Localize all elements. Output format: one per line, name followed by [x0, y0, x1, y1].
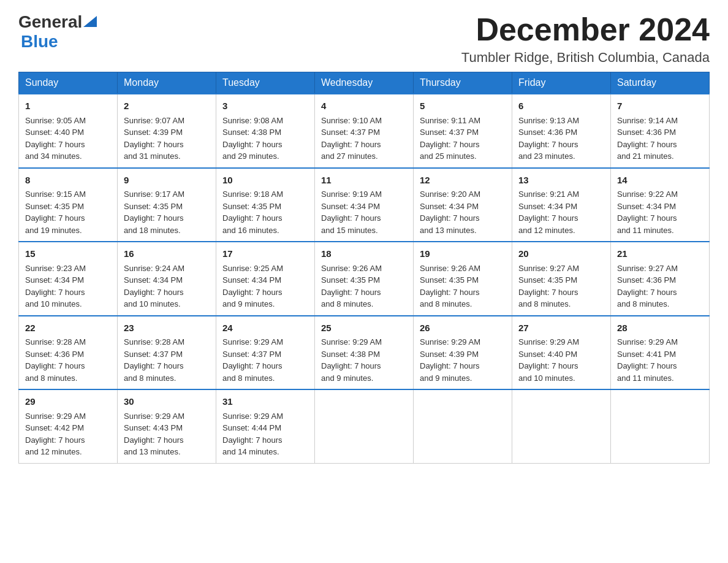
sunrise-info: Sunrise: 9:14 AMSunset: 4:36 PMDaylight:… — [617, 116, 678, 161]
sunrise-info: Sunrise: 9:29 AMSunset: 4:42 PMDaylight:… — [25, 412, 86, 457]
day-number: 22 — [25, 321, 111, 335]
day-number: 12 — [420, 174, 506, 188]
day-number: 21 — [617, 247, 703, 261]
calendar-cell: 24Sunrise: 9:29 AMSunset: 4:37 PMDayligh… — [216, 316, 315, 390]
calendar-cell: 20Sunrise: 9:27 AMSunset: 4:35 PMDayligh… — [512, 242, 611, 316]
day-number: 26 — [420, 321, 506, 335]
logo-triangle-icon — [83, 16, 97, 27]
sunrise-info: Sunrise: 9:27 AMSunset: 4:36 PMDaylight:… — [617, 264, 678, 309]
calendar-cell — [611, 389, 710, 463]
calendar-cell: 15Sunrise: 9:23 AMSunset: 4:34 PMDayligh… — [19, 242, 118, 316]
calendar-cell: 4Sunrise: 9:10 AMSunset: 4:37 PMDaylight… — [315, 94, 414, 168]
day-number: 2 — [124, 99, 210, 113]
sunrise-info: Sunrise: 9:10 AMSunset: 4:37 PMDaylight:… — [321, 116, 382, 161]
sunrise-info: Sunrise: 9:29 AMSunset: 4:39 PMDaylight:… — [420, 337, 480, 383]
sunrise-info: Sunrise: 9:21 AMSunset: 4:34 PMDaylight:… — [518, 190, 579, 235]
weekday-header-monday: Monday — [118, 72, 216, 94]
calendar-week-row: 8Sunrise: 9:15 AMSunset: 4:35 PMDaylight… — [19, 168, 710, 242]
calendar-cell: 12Sunrise: 9:20 AMSunset: 4:34 PMDayligh… — [414, 168, 512, 242]
day-number: 31 — [222, 395, 308, 409]
calendar-cell: 7Sunrise: 9:14 AMSunset: 4:36 PMDaylight… — [611, 94, 710, 168]
calendar-cell: 13Sunrise: 9:21 AMSunset: 4:34 PMDayligh… — [512, 168, 611, 242]
day-number: 28 — [617, 321, 703, 335]
sunrise-info: Sunrise: 9:29 AMSunset: 4:43 PMDaylight:… — [124, 412, 184, 457]
sunrise-info: Sunrise: 9:07 AMSunset: 4:39 PMDaylight:… — [124, 116, 184, 161]
calendar-cell: 31Sunrise: 9:29 AMSunset: 4:44 PMDayligh… — [216, 389, 315, 463]
calendar-cell: 28Sunrise: 9:29 AMSunset: 4:41 PMDayligh… — [611, 316, 710, 390]
sunrise-info: Sunrise: 9:29 AMSunset: 4:37 PMDaylight:… — [222, 337, 283, 383]
calendar-cell: 21Sunrise: 9:27 AMSunset: 4:36 PMDayligh… — [611, 242, 710, 316]
calendar-cell: 8Sunrise: 9:15 AMSunset: 4:35 PMDaylight… — [19, 168, 118, 242]
calendar-cell: 2Sunrise: 9:07 AMSunset: 4:39 PMDaylight… — [118, 94, 216, 168]
calendar-cell: 14Sunrise: 9:22 AMSunset: 4:34 PMDayligh… — [611, 168, 710, 242]
calendar-cell: 25Sunrise: 9:29 AMSunset: 4:38 PMDayligh… — [315, 316, 414, 390]
calendar-week-row: 29Sunrise: 9:29 AMSunset: 4:42 PMDayligh… — [19, 389, 710, 463]
day-number: 23 — [124, 321, 210, 335]
location-subtitle: Tumbler Ridge, British Columbia, Canada — [461, 50, 710, 66]
calendar-cell: 16Sunrise: 9:24 AMSunset: 4:34 PMDayligh… — [118, 242, 216, 316]
weekday-header-sunday: Sunday — [19, 72, 118, 94]
sunrise-info: Sunrise: 9:26 AMSunset: 4:35 PMDaylight:… — [420, 264, 480, 309]
sunrise-info: Sunrise: 9:28 AMSunset: 4:37 PMDaylight:… — [124, 337, 184, 383]
calendar-cell: 26Sunrise: 9:29 AMSunset: 4:39 PMDayligh… — [414, 316, 512, 390]
calendar-cell: 6Sunrise: 9:13 AMSunset: 4:36 PMDaylight… — [512, 94, 611, 168]
day-number: 9 — [124, 174, 210, 188]
calendar-cell: 10Sunrise: 9:18 AMSunset: 4:35 PMDayligh… — [216, 168, 315, 242]
day-number: 19 — [420, 247, 506, 261]
calendar-cell: 27Sunrise: 9:29 AMSunset: 4:40 PMDayligh… — [512, 316, 611, 390]
day-number: 16 — [124, 247, 210, 261]
day-number: 25 — [321, 321, 407, 335]
day-number: 1 — [25, 99, 111, 113]
sunrise-info: Sunrise: 9:29 AMSunset: 4:44 PMDaylight:… — [222, 412, 283, 457]
sunrise-info: Sunrise: 9:08 AMSunset: 4:38 PMDaylight:… — [222, 116, 283, 161]
sunrise-info: Sunrise: 9:29 AMSunset: 4:41 PMDaylight:… — [617, 337, 678, 383]
day-number: 18 — [321, 247, 407, 261]
calendar-cell: 22Sunrise: 9:28 AMSunset: 4:36 PMDayligh… — [19, 316, 118, 390]
sunrise-info: Sunrise: 9:19 AMSunset: 4:34 PMDaylight:… — [321, 190, 382, 235]
calendar-cell: 11Sunrise: 9:19 AMSunset: 4:34 PMDayligh… — [315, 168, 414, 242]
day-number: 10 — [222, 174, 308, 188]
sunrise-info: Sunrise: 9:29 AMSunset: 4:38 PMDaylight:… — [321, 337, 382, 383]
calendar-cell — [315, 389, 414, 463]
sunrise-info: Sunrise: 9:17 AMSunset: 4:35 PMDaylight:… — [124, 190, 184, 235]
svg-marker-0 — [83, 16, 97, 27]
day-number: 13 — [518, 174, 604, 188]
weekday-header-row: SundayMondayTuesdayWednesdayThursdayFrid… — [19, 72, 710, 94]
logo-general-text: General — [18, 12, 82, 32]
calendar-cell: 1Sunrise: 9:05 AMSunset: 4:40 PMDaylight… — [19, 94, 118, 168]
weekday-header-thursday: Thursday — [414, 72, 512, 94]
day-number: 5 — [420, 99, 506, 113]
calendar-cell: 18Sunrise: 9:26 AMSunset: 4:35 PMDayligh… — [315, 242, 414, 316]
weekday-header-tuesday: Tuesday — [216, 72, 315, 94]
weekday-header-friday: Friday — [512, 72, 611, 94]
day-number: 4 — [321, 99, 407, 113]
weekday-header-wednesday: Wednesday — [315, 72, 414, 94]
calendar-week-row: 1Sunrise: 9:05 AMSunset: 4:40 PMDaylight… — [19, 94, 710, 168]
calendar-cell: 30Sunrise: 9:29 AMSunset: 4:43 PMDayligh… — [118, 389, 216, 463]
page-header: General Blue December 2024 Tumbler Ridge… — [18, 12, 710, 66]
sunrise-info: Sunrise: 9:28 AMSunset: 4:36 PMDaylight:… — [25, 337, 86, 383]
calendar-cell: 9Sunrise: 9:17 AMSunset: 4:35 PMDaylight… — [118, 168, 216, 242]
day-number: 27 — [518, 321, 604, 335]
day-number: 8 — [25, 174, 111, 188]
sunrise-info: Sunrise: 9:18 AMSunset: 4:35 PMDaylight:… — [222, 190, 283, 235]
calendar-cell: 5Sunrise: 9:11 AMSunset: 4:37 PMDaylight… — [414, 94, 512, 168]
sunrise-info: Sunrise: 9:15 AMSunset: 4:35 PMDaylight:… — [25, 190, 86, 235]
month-title: December 2024 — [461, 12, 710, 47]
day-number: 30 — [124, 395, 210, 409]
day-number: 17 — [222, 247, 308, 261]
day-number: 24 — [222, 321, 308, 335]
sunrise-info: Sunrise: 9:24 AMSunset: 4:34 PMDaylight:… — [124, 264, 184, 309]
day-number: 14 — [617, 174, 703, 188]
day-number: 7 — [617, 99, 703, 113]
calendar-cell: 17Sunrise: 9:25 AMSunset: 4:34 PMDayligh… — [216, 242, 315, 316]
sunrise-info: Sunrise: 9:27 AMSunset: 4:35 PMDaylight:… — [518, 264, 579, 309]
calendar-cell: 23Sunrise: 9:28 AMSunset: 4:37 PMDayligh… — [118, 316, 216, 390]
calendar-table: SundayMondayTuesdayWednesdayThursdayFrid… — [18, 72, 710, 464]
sunrise-info: Sunrise: 9:29 AMSunset: 4:40 PMDaylight:… — [518, 337, 579, 383]
day-number: 6 — [518, 99, 604, 113]
calendar-cell: 3Sunrise: 9:08 AMSunset: 4:38 PMDaylight… — [216, 94, 315, 168]
calendar-week-row: 22Sunrise: 9:28 AMSunset: 4:36 PMDayligh… — [19, 316, 710, 390]
logo-blue-text: Blue — [21, 32, 58, 52]
day-number: 11 — [321, 174, 407, 188]
